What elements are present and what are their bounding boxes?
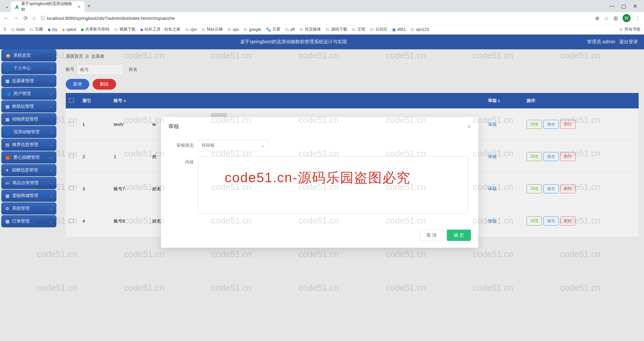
bookmark-item[interactable]: 🗀社交媒体: [300, 27, 321, 32]
info-icon: ⓘ: [41, 15, 45, 21]
menu-icon[interactable]: ⋮: [635, 15, 641, 21]
bookmark-item[interactable]: 🗀Max云梯: [202, 27, 223, 32]
audit-modal: 审核 × 审核状态 待审核 ⌄ 内容 取 消 确 定: [161, 117, 478, 248]
translate-icon[interactable]: ⊕: [595, 15, 599, 21]
close-icon[interactable]: ×: [467, 123, 471, 130]
url-text: localhost:8080/springboot2dlv7/admin/dis…: [47, 16, 175, 21]
address-bar: ← → ⟳ ⌂ ⓘ localhost:8080/springboot2dlv7…: [0, 12, 644, 24]
status-select[interactable]: 待审核 ⌄: [198, 140, 268, 151]
home-icon[interactable]: ⌂: [33, 15, 36, 21]
browser-tab[interactable]: 基于springboot的流浪动物救助 ×: [11, 1, 85, 12]
tab-title: 基于springboot的流浪动物救助: [21, 1, 73, 12]
chevron-down-icon: ⌄: [261, 143, 265, 148]
bookmark-item[interactable]: ▣v651: [392, 27, 406, 32]
status-value: 待审核: [202, 142, 215, 148]
forward-icon[interactable]: →: [13, 15, 19, 21]
bookmark-item[interactable]: ◆共享账号密码: [81, 27, 109, 32]
bookmark-item[interactable]: 🗀宝藏: [30, 27, 43, 32]
new-tab-button[interactable]: +: [87, 3, 91, 10]
content-textarea[interactable]: [198, 156, 468, 213]
bookmark-item[interactable]: ◆uplod: [62, 27, 76, 32]
bookmark-item[interactable]: 🗀宝塔: [352, 27, 365, 32]
confirm-button[interactable]: 确 定: [447, 230, 471, 241]
url-input[interactable]: ⓘ localhost:8080/springboot2dlv7/admin/d…: [41, 15, 590, 21]
bookmark-item[interactable]: 🗀源码下载: [326, 27, 347, 32]
vue-favicon-icon: [15, 4, 19, 9]
content-label: 内容: [171, 156, 198, 165]
bookmark-item[interactable]: 🗀vps: [227, 27, 239, 32]
app-root: 基于springboot的流浪动物救助管理系统设计与实现 管理员 admin 退…: [0, 35, 644, 341]
all-bookmarks[interactable]: 🗀所有书签: [619, 27, 641, 32]
modal-title: 审核: [168, 123, 179, 130]
bookmark-item[interactable]: 🗀云社区: [370, 27, 387, 32]
bookmark-item[interactable]: 🗀vpn: [185, 27, 197, 32]
close-icon[interactable]: ×: [78, 4, 80, 9]
browser-chrome: ⌄ 基于springboot的流浪动物救助 × + — ▢ ✕ ← → ⟳ ⌂ …: [0, 0, 644, 35]
star-icon[interactable]: ☆: [604, 15, 609, 21]
cancel-button[interactable]: 取 消: [420, 230, 444, 241]
status-label: 审核状态: [171, 140, 198, 148]
bookmark-item[interactable]: 🗀aff: [285, 27, 295, 32]
bookmark-item[interactable]: 🗀视频下载: [114, 27, 136, 32]
bookmark-item[interactable]: 🗀tools: [11, 27, 25, 32]
minimize-icon[interactable]: —: [609, 3, 614, 9]
bookmark-item[interactable]: ◆txy: [48, 27, 57, 32]
bookmark-item[interactable]: 🗀google: [244, 27, 261, 32]
maximize-icon[interactable]: ▢: [621, 3, 626, 9]
extensions-icon[interactable]: ⊞: [613, 15, 618, 21]
bookmark-item[interactable]: ◆站长工具 - 站长之家: [140, 27, 180, 32]
apps-icon[interactable]: ⠿: [3, 27, 6, 32]
tab-bar: ⌄ 基于springboot的流浪动物救助 × + — ▢ ✕: [0, 0, 644, 12]
close-window-icon[interactable]: ✕: [633, 3, 637, 9]
profile-avatar[interactable]: W: [623, 14, 631, 22]
reload-icon[interactable]: ⟳: [23, 15, 28, 21]
chevron-down-icon[interactable]: ⌄: [3, 3, 11, 9]
back-icon[interactable]: ←: [3, 15, 9, 21]
bookmark-bar: ⠿ 🗀tools 🗀宝藏 ◆txy ◆uplod ◆共享账号密码 🗀视频下载 ◆…: [0, 24, 644, 34]
bookmark-item[interactable]: 🗀vps123: [411, 27, 429, 32]
window-controls: — ▢ ✕: [609, 3, 641, 9]
bookmark-item[interactable]: 🐾百度: [266, 27, 280, 32]
